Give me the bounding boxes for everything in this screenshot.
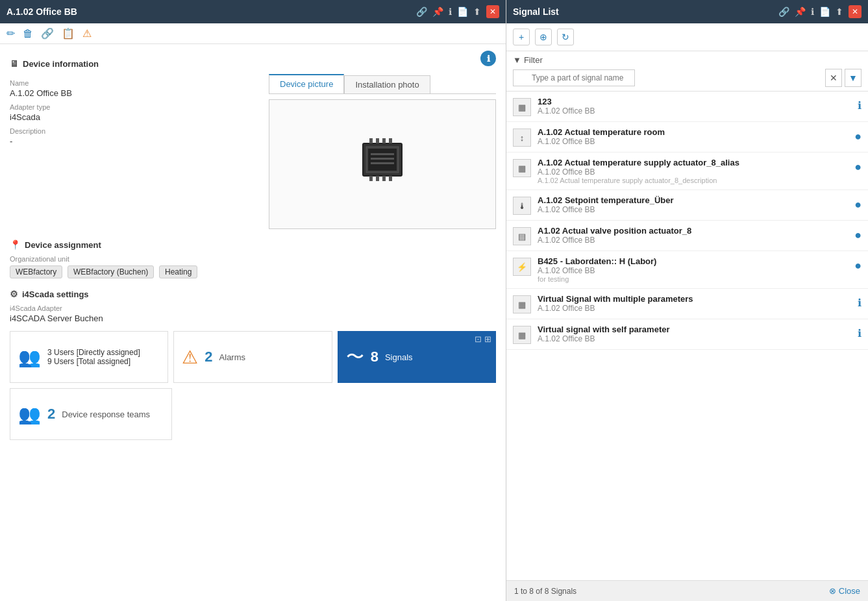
signal-list-item[interactable]: ▦Virtual signal with self parameterA.1.0… (506, 319, 868, 350)
signal-type-icon: ▦ (513, 326, 531, 344)
adapter-value: i4Scada (10, 112, 256, 122)
signal-search-input[interactable] (513, 69, 635, 86)
settings-icon: ⚙ (10, 289, 18, 299)
signal-device: A.1.02 Office BB (538, 236, 848, 245)
delete-icon[interactable]: 🗑 (23, 28, 33, 40)
svg-rect-11 (371, 153, 394, 155)
refresh-button[interactable]: ↻ (557, 29, 574, 45)
signal-action-button[interactable]: ℹ (858, 327, 862, 339)
signal-action-button[interactable]: ● (854, 259, 862, 273)
signal-type-icon: ▦ (513, 159, 531, 177)
tab-device-picture[interactable]: Device picture (269, 74, 344, 93)
signal-count-text: 1 to 8 of 8 Signals (514, 587, 577, 596)
tag-webfactory-buchen[interactable]: WEBfactory (Buchen) (68, 265, 154, 278)
signal-action-button[interactable]: ● (854, 130, 862, 143)
signal-action-button[interactable]: ● (854, 228, 862, 242)
signals-label: Signals (385, 352, 413, 362)
org-unit-tags: WEBfactory WEBfactory (Buchen) Heating (10, 265, 496, 278)
advanced-filter-button[interactable]: ▼ (845, 69, 862, 87)
signal-device: A.1.02 Office BB (538, 334, 851, 343)
alarms-card[interactable]: ⚠ 2 Alarms (173, 331, 332, 383)
users-total-label: 9 Users [Total assigned] (47, 357, 140, 366)
expand-icon[interactable]: ⊞ (484, 334, 491, 344)
signal-list-item[interactable]: ▦A.1.02 Actual temperature supply actuat… (506, 153, 868, 190)
svg-rect-8 (376, 138, 379, 143)
tag-heating[interactable]: Heating (159, 265, 197, 278)
spacer (10, 440, 496, 453)
signal-list-item[interactable]: ▦Virtual Signal with multiple parameters… (506, 289, 868, 319)
right-link-icon[interactable]: 🔗 (778, 6, 789, 17)
device-assignment-section: 📍 Device assignment (10, 239, 496, 250)
pin-icon[interactable]: 📌 (432, 6, 443, 17)
device-chip-icon (356, 137, 408, 191)
signal-info: B425 - Labordaten:: H (Labor)A.1.02 Offi… (538, 256, 848, 283)
edit-icon[interactable]: ✏ (6, 27, 15, 40)
doc-icon[interactable]: 📄 (457, 6, 468, 17)
users-icon: 👥 (18, 347, 41, 368)
name-label: Name (10, 79, 256, 87)
signal-info: A1.02 Actual valve position actuator_8A.… (538, 226, 848, 245)
search-row: 🔍 ✕ ▼ (513, 69, 862, 87)
signal-action-button[interactable]: ● (854, 160, 862, 174)
signal-info: A.1.02 Actual temperature roomA.1.02 Off… (538, 127, 848, 146)
add-signal-button[interactable]: + (513, 29, 530, 45)
signal-list-item[interactable]: ↕A.1.02 Actual temperature roomA.1.02 Of… (506, 122, 868, 153)
signal-device: A.1.02 Office BB (538, 205, 848, 214)
description-value: - (10, 136, 256, 146)
left-panel-close-button[interactable]: ✕ (486, 5, 499, 18)
response-teams-label: Device response teams (62, 410, 150, 419)
link-icon[interactable]: 🔗 (416, 6, 427, 17)
signal-device: A.1.02 Office BB (538, 167, 848, 177)
filter-label: ▼ Filter (513, 55, 862, 65)
signal-info: 123A.1.02 Office BB (538, 97, 851, 116)
signal-list-item[interactable]: ▤A1.02 Actual valve position actuator_8A… (506, 221, 868, 251)
signal-action-button[interactable]: ● (854, 198, 862, 212)
signal-action-button[interactable]: ℹ (858, 99, 862, 112)
signals-card[interactable]: ⊡ ⊞ 〜 8 Signals (338, 331, 496, 383)
close-signal-list-button[interactable]: ⊗ Close (829, 586, 860, 596)
signal-list-item[interactable]: ▦123A.1.02 Office BBℹ (506, 92, 868, 122)
svg-rect-9 (382, 138, 386, 143)
left-panel: A.1.02 Office BB 🔗 📌 ℹ 📄 ⬆ ✕ ✏ 🗑 🔗 📋 ⚠ ℹ… (0, 0, 506, 601)
signal-type-icon: ▦ (513, 295, 531, 313)
alarm-icon: ⚠ (182, 347, 198, 368)
info-circle-icon[interactable]: ℹ (449, 6, 452, 17)
right-doc-icon[interactable]: 📄 (819, 6, 830, 17)
close-circle-icon: ⊗ (829, 586, 836, 596)
signal-name: Virtual Signal with multiple parameters (538, 294, 851, 304)
svg-rect-10 (389, 138, 392, 143)
signal-action-button[interactable]: ℹ (858, 297, 862, 309)
users-card[interactable]: 👥 3 Users [Directly assigned] 9 Users [T… (10, 331, 168, 383)
right-panel-close-button[interactable]: ✕ (849, 5, 862, 18)
window-icon[interactable]: ⊡ (475, 334, 482, 344)
signal-description: for testing (538, 275, 848, 283)
export-icon[interactable]: ⬆ (473, 6, 481, 17)
clear-search-button[interactable]: ✕ (825, 69, 842, 87)
tag-webfactory[interactable]: WEBfactory (10, 265, 62, 278)
device-info-right: Device picture Installation photo (269, 74, 496, 229)
svg-rect-7 (369, 138, 373, 143)
tab-installation-photo[interactable]: Installation photo (344, 75, 430, 93)
circle-add-button[interactable]: ⊕ (535, 29, 552, 45)
right-panel-title: Signal List (513, 6, 559, 17)
right-export-icon[interactable]: ⬆ (836, 6, 843, 17)
copy-icon[interactable]: 📋 (62, 27, 75, 40)
location-icon: 📍 (10, 239, 21, 250)
adapter-label: Adapter type (10, 103, 256, 111)
i4scada-adapter-value: i4SCADA Server Buchen (10, 313, 496, 323)
response-teams-card[interactable]: 👥 2 Device response teams (10, 388, 172, 440)
left-panel-title: A.1.02 Office BB (6, 6, 77, 17)
right-pin-icon[interactable]: 📌 (795, 6, 806, 17)
signal-list-item[interactable]: ⚡B425 - Labordaten:: H (Labor)A.1.02 Off… (506, 251, 868, 289)
device-info-badge[interactable]: ℹ (480, 51, 496, 66)
left-header-icons: 🔗 📌 ℹ 📄 ⬆ ✕ (416, 5, 499, 18)
signal-info: Virtual signal with self parameterA.1.02… (538, 325, 851, 343)
warning-icon[interactable]: ⚠ (82, 27, 92, 40)
signal-list-item[interactable]: 🌡A.1.02 Setpoint temperature_ÜberA.1.02 … (506, 190, 868, 221)
link-icon-toolbar[interactable]: 🔗 (41, 27, 54, 40)
right-info-icon[interactable]: ℹ (811, 6, 814, 17)
svg-rect-12 (371, 158, 394, 160)
left-panel-content: ℹ 🖥 Device information Name A.1.02 Offic… (0, 44, 506, 601)
device-info-left: Name A.1.02 Office BB Adapter type i4Sca… (10, 74, 256, 229)
i4scada-adapter-label: i4Scada Adapter (10, 304, 496, 312)
